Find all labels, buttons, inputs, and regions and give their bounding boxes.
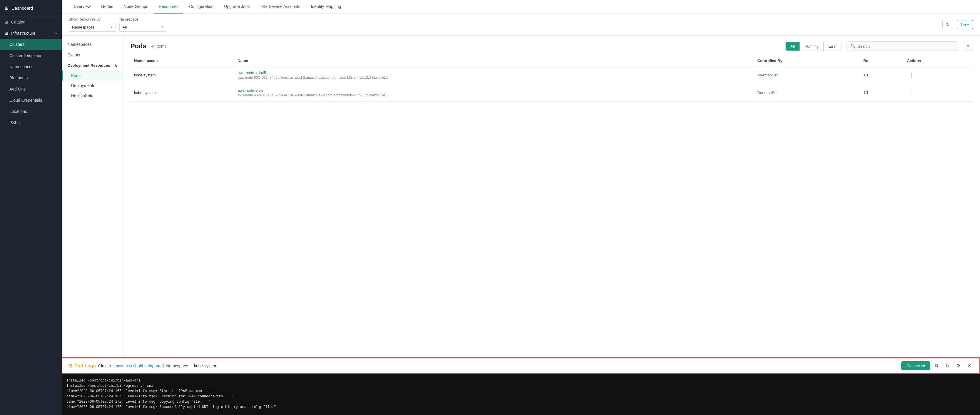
app-container: ⊞ Dashboard ⊞ Catalog ⊞ Infrastructure ▾…	[0, 0, 980, 415]
sub-nav-pods[interactable]: Pods	[62, 70, 123, 81]
sort-asc-icon: ↑	[156, 59, 158, 63]
filter-group: All Running Error	[786, 42, 842, 51]
sidebar-item-cloud-credentials[interactable]: Cloud Credentials	[0, 95, 62, 106]
sidebar-item-infrastructure[interactable]: ⊞ Infrastructure ▾	[0, 28, 62, 39]
pod-logs-namespace-label: Namespace :	[166, 364, 190, 368]
terminal-line-5: time="2023-06-05T07:24:17Z" level=info m…	[67, 404, 975, 410]
pods-header: Pods 44 items All Running Error 🔍	[130, 41, 973, 51]
filter-all-button[interactable]: All	[786, 42, 800, 51]
settings-button[interactable]: ⚙	[963, 42, 973, 51]
row-ready-2: 1/1	[860, 84, 903, 102]
pod-image-1: aws-node 602401143452.dkr.ecr.us-west-2.…	[237, 76, 750, 80]
deployment-resources-chevron-icon: ∧	[115, 63, 117, 68]
chevron-down-icon: ▾	[55, 32, 57, 35]
tab-identity-mapping[interactable]: Identity Mapping	[306, 0, 346, 14]
time-chevron-icon: ▾	[967, 22, 969, 27]
sub-nav-events[interactable]: Events	[62, 50, 123, 60]
logs-settings-button[interactable]: ⚙	[954, 362, 963, 370]
show-resources-chevron: ▾	[111, 25, 113, 29]
search-input[interactable]	[858, 44, 955, 48]
sub-nav-namespaces[interactable]: Namespaces	[62, 39, 123, 50]
pod-link-2[interactable]: aws-node-7ftxs	[237, 88, 263, 92]
tab-configuration[interactable]: Configuration	[184, 0, 218, 14]
show-resources-label: Show Resources By	[69, 17, 116, 21]
sidebar-item-psps[interactable]: PSPs	[0, 117, 62, 128]
refresh-icon: ↻	[946, 22, 950, 27]
close-icon: ✕	[967, 363, 971, 368]
pod-logs-namespace-value: kube-system	[194, 364, 217, 368]
sub-nav-deployment-resources[interactable]: Deployment Resources ∧	[62, 60, 123, 70]
terminal-icon: ⊞	[68, 363, 72, 369]
row-ready-1: 1/1	[860, 66, 903, 84]
tab-upgrade-jobs[interactable]: Upgrade Jobs	[219, 0, 254, 14]
row-more-button-2[interactable]: ⋮	[907, 89, 916, 97]
refresh-logs-button[interactable]: ↻	[943, 362, 951, 370]
tab-resources[interactable]: Resources	[154, 0, 183, 14]
tab-iam-service-accounts[interactable]: IAM Service Accounts	[255, 0, 305, 14]
pod-link-1[interactable]: aws-node-4dp45	[237, 70, 266, 75]
sidebar-item-cluster-templates[interactable]: Cluster Templates	[0, 50, 62, 61]
pods-title: Pods	[130, 42, 146, 50]
terminal-line-4: time="2023-06-05T07:24:17Z" level=info m…	[67, 399, 975, 404]
external-link-button[interactable]: ⧉	[933, 362, 940, 370]
main-panel: Pods 44 items All Running Error 🔍	[124, 35, 980, 357]
sub-nav-replicasets[interactable]: ReplicaSets	[62, 91, 123, 100]
search-box: 🔍	[846, 41, 958, 51]
namespace-select[interactable]: All ▾	[119, 22, 166, 32]
row-name-cell-2: aws-node-7ftxs aws-node 602401143452.dkr…	[234, 84, 754, 102]
gear-icon: ⚙	[966, 44, 970, 48]
sidebar-item-add-ons[interactable]: Add-Ons	[0, 83, 62, 95]
external-link-icon: ⧉	[935, 363, 938, 368]
pod-logs-cluster-value[interactable]: aws-exis-shobhit-imported	[116, 364, 164, 368]
namespace-chevron: ▾	[161, 25, 163, 29]
daemonset-link-1[interactable]: DaemonSet	[757, 73, 778, 77]
refresh-logs-icon: ↻	[945, 363, 949, 368]
col-controlled-by: Controlled By	[754, 56, 860, 66]
sidebar-item-clusters[interactable]: Clusters	[0, 39, 62, 50]
terminal-line-1: Installed /host/opt/cni/bin/egress-v4-cn…	[67, 383, 975, 388]
tab-nodes[interactable]: Nodes	[96, 0, 118, 14]
cloud-credentials-label: Cloud Credentials	[10, 98, 42, 103]
tab-node-groups[interactable]: Node Groups	[119, 0, 153, 14]
pod-logs-cluster-label: Cluster :	[98, 364, 113, 368]
table-header: Namespace ↑ Name Controlled By Re: Actio…	[130, 56, 973, 66]
connected-button[interactable]: Connected	[901, 361, 930, 370]
show-resources-by-wrapper: Show Resources By Namespaces ▾	[69, 17, 116, 32]
col-ready: Re:	[860, 56, 903, 66]
logs-gear-icon: ⚙	[956, 363, 960, 368]
toolbar: Show Resources By Namespaces ▾ Namespace…	[62, 14, 980, 35]
pods-table: Namespace ↑ Name Controlled By Re: Actio…	[130, 56, 973, 102]
row-controlled-by-2: DaemonSet	[754, 84, 860, 102]
namespace-sort[interactable]: Namespace ↑	[134, 59, 231, 63]
close-logs-button[interactable]: ✕	[965, 362, 974, 370]
table-row: kube-system aws-node-7ftxs aws-node 6024…	[130, 84, 973, 102]
terminal: Installed /host/opt/cni/bin/aws-cni Inst…	[62, 374, 980, 415]
namespaces-label: Namespaces	[10, 64, 33, 69]
sidebar-item-catalog[interactable]: ⊞ Catalog	[0, 16, 62, 28]
pod-image-2: aws-node 602401143452.dkr.ecr.us-west-2.…	[237, 93, 750, 97]
refresh-button[interactable]: ↻	[942, 20, 953, 29]
sidebar-item-namespaces[interactable]: Namespaces	[0, 61, 62, 72]
tab-bar: Overview Nodes Node Groups Resources Con…	[62, 0, 980, 14]
tab-overview[interactable]: Overview	[69, 0, 95, 14]
sub-nav-deployments[interactable]: Deployments	[62, 81, 123, 91]
terminal-line-3: time="2023-06-05T07:24:16Z" level=info m…	[67, 394, 975, 399]
sidebar-item-locations[interactable]: Locations	[0, 106, 62, 117]
filter-running-button[interactable]: Running	[800, 42, 824, 51]
content-area: Overview Nodes Node Groups Resources Con…	[62, 0, 980, 415]
pod-logs-bar: ⊞ Pod Logs Cluster : aws-exis-shobhit-im…	[62, 358, 980, 374]
filter-error-button[interactable]: Error	[824, 42, 842, 51]
main-layout: ⊞ Dashboard ⊞ Catalog ⊞ Infrastructure ▾…	[0, 0, 980, 415]
col-name: Name	[234, 56, 754, 66]
blueprints-label: Blueprints	[10, 76, 28, 80]
catalog-label: Catalog	[11, 20, 25, 24]
cluster-templates-label: Cluster Templates	[10, 53, 42, 58]
show-resources-select[interactable]: Namespaces ▾	[69, 22, 116, 32]
terminal-line-0: Installed /host/opt/cni/bin/aws-cni	[67, 378, 975, 383]
row-more-button-1[interactable]: ⋮	[907, 72, 916, 79]
time-select-button[interactable]: 1m ▾	[957, 20, 973, 29]
body-area: Namespaces Events Deployment Resources ∧…	[62, 35, 980, 357]
infrastructure-label: Infrastructure	[11, 31, 35, 35]
daemonset-link-2[interactable]: DaemonSet	[757, 91, 778, 95]
sidebar-item-blueprints[interactable]: Blueprints	[0, 72, 62, 83]
